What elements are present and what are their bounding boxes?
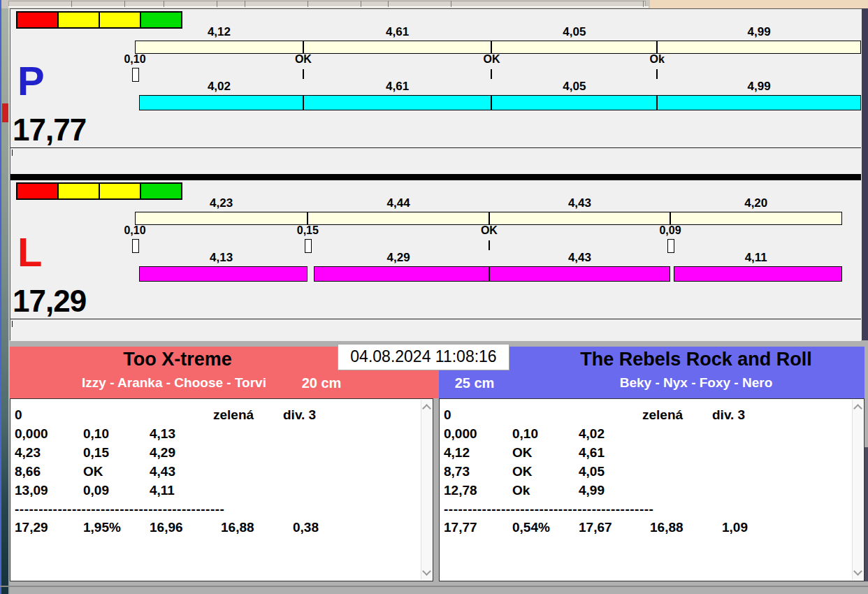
status-indicator <box>16 182 182 197</box>
background-window-titlebar[interactable] <box>1 0 868 8</box>
reference-split-label: 4,44 <box>387 196 410 210</box>
cumulative-time: 0,000 <box>15 426 48 442</box>
ok-tick-mark <box>656 69 658 79</box>
split-time: 4,43 <box>150 463 175 480</box>
window-frame-edge <box>0 0 1 594</box>
split-time: 4,29 <box>150 444 175 461</box>
run-split-label: 4,99 <box>748 80 771 94</box>
total-value: 16,88 <box>650 519 683 536</box>
titlebar-beige-section <box>650 0 868 8</box>
changeover-value: Ok <box>512 482 530 499</box>
penalty-marker-box <box>305 239 312 253</box>
run-split-label: 4,05 <box>563 80 586 94</box>
reference-bar-segment <box>670 212 842 225</box>
penalty-marker-box <box>667 239 674 253</box>
total-value: 0,38 <box>293 519 319 536</box>
bottom-divider-line <box>0 586 868 587</box>
result-table-right[interactable]: 0zelenádiv. 30,0000,104,024,12OK4,618,73… <box>439 398 865 581</box>
changeover-label: OK <box>295 53 312 66</box>
timing-panel-P: P 17,77 4,120,104,024,61OK4,614,05OK4,05… <box>10 9 861 174</box>
titlebar-separator <box>451 1 451 7</box>
total-value: 0,54% <box>512 519 550 536</box>
run-bar-segment <box>657 95 861 110</box>
total-value: 1,95% <box>83 519 121 536</box>
faults-count: 0 <box>15 407 22 423</box>
indicator-cell <box>140 182 182 200</box>
panel-underline <box>10 147 861 148</box>
changeover-label: Ok <box>650 53 665 66</box>
team-members-right: Beky - Nyx - Foxy - Nero <box>528 375 865 391</box>
indicator-cell <box>57 11 100 29</box>
titlebar-separator <box>388 1 389 7</box>
panel-underline <box>10 319 861 319</box>
total-value: 17,77 <box>444 519 477 536</box>
reference-split-label: 4,20 <box>744 196 767 210</box>
titlebar-separator <box>245 1 245 7</box>
reference-split-label: 4,05 <box>563 25 586 39</box>
team-members-left: Izzy - Aranka - Choose - Torvi <box>10 375 338 391</box>
total-value: 1,09 <box>722 519 748 536</box>
scroll-down-icon[interactable] <box>853 567 862 576</box>
reference-split-label: 4,99 <box>748 25 771 39</box>
total-value: 16,88 <box>221 519 254 536</box>
card-status: zelená <box>213 407 254 423</box>
run-bar-segment <box>139 266 308 282</box>
timing-panel-L: L 17,29 4,230,104,134,440,154,294,43OK4,… <box>10 180 861 341</box>
split-time: 4,02 <box>579 426 605 442</box>
team-name-right: The Rebels Rock and Roll <box>528 349 865 370</box>
result-table-left[interactable]: 0zelenádiv. 30,0000,104,134,230,154,298,… <box>10 398 433 581</box>
total-value: 17,67 <box>579 519 612 536</box>
titlebar-lower-row <box>8 6 649 8</box>
changeover-value: 0,10 <box>83 426 109 442</box>
changeover-label: OK <box>483 53 500 66</box>
separator-row: ----------------------------------------… <box>15 501 224 518</box>
lane-letter-L: L <box>17 232 42 273</box>
reference-bar-segment <box>135 41 303 54</box>
split-time: 4,13 <box>150 426 175 442</box>
cumulative-time: 4,12 <box>444 444 470 461</box>
indicator-cell <box>57 182 100 200</box>
changeover-value: OK <box>512 444 533 461</box>
cumulative-time: 8,73 <box>444 463 470 480</box>
scrollbar[interactable] <box>421 400 432 580</box>
reference-split-label: 4,12 <box>208 25 231 39</box>
cumulative-time: 0,000 <box>444 426 477 442</box>
cumulative-time: 13,09 <box>15 482 48 499</box>
changeover-label: 0,10 <box>124 53 145 66</box>
reference-bar-segment <box>303 41 492 54</box>
lane-total-time-L: 17,29 <box>13 285 86 317</box>
run-bar-segment <box>314 266 489 282</box>
indicator-cell <box>16 11 59 29</box>
scrollbar[interactable] <box>852 400 863 580</box>
reference-bar-segment <box>657 41 861 54</box>
run-split-label: 4,29 <box>387 251 410 265</box>
reference-split-label: 4,23 <box>210 196 233 210</box>
scroll-up-icon[interactable] <box>422 404 431 413</box>
ok-tick-mark <box>491 69 492 79</box>
cumulative-time: 4,23 <box>15 444 41 461</box>
titlebar-separator <box>124 1 125 7</box>
changeover-label: 0,15 <box>297 224 319 237</box>
background-window-edge[interactable] <box>0 0 10 594</box>
run-bar-segment <box>139 95 303 110</box>
reference-bar-segment <box>491 41 657 54</box>
run-bar-segment <box>491 95 657 110</box>
division-label: div. 3 <box>283 407 316 423</box>
jump-height-left: 20 cm <box>291 375 352 391</box>
scroll-up-icon[interactable] <box>853 404 862 413</box>
titlebar-separator <box>361 1 361 7</box>
total-value: 16,96 <box>150 519 183 536</box>
split-time: 4,99 <box>579 482 605 499</box>
run-bar-segment <box>303 95 492 110</box>
run-bar-segment <box>674 266 841 282</box>
run-split-label: 4,61 <box>386 80 409 94</box>
reference-bar-segment <box>308 212 489 225</box>
scroll-down-icon[interactable] <box>422 567 431 576</box>
reference-bar-segment <box>489 212 670 225</box>
run-split-label: 4,13 <box>210 251 233 265</box>
titlebar-separator <box>164 1 164 7</box>
ok-tick-mark <box>489 240 490 250</box>
card-status: zelená <box>642 407 683 423</box>
changeover-value: 0,10 <box>512 426 538 442</box>
run-split-label: 4,43 <box>568 251 591 265</box>
